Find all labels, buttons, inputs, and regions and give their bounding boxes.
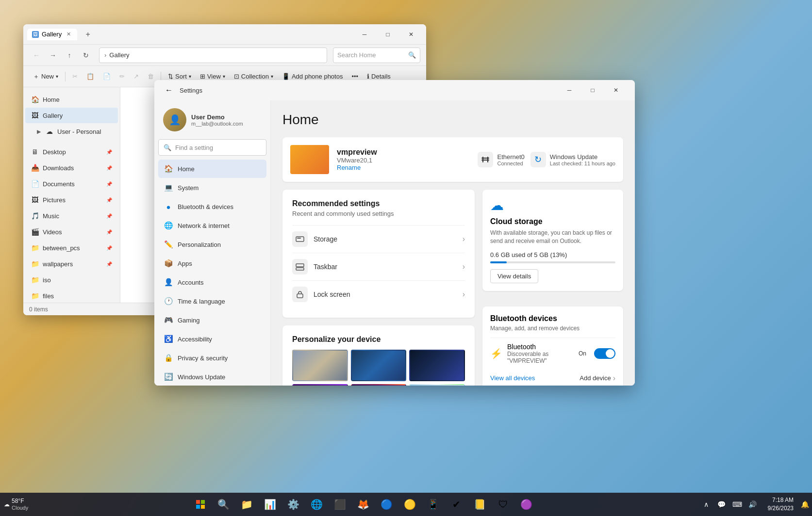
- taskbar-clock[interactable]: 7:18 AM 9/26/2023: [764, 494, 797, 515]
- taskbar-settings-button[interactable]: ⚙️: [283, 494, 304, 515]
- taskbar-app6[interactable]: 🛡: [493, 494, 514, 515]
- wallpaper-5[interactable]: [351, 384, 407, 386]
- minimize-button[interactable]: ─: [353, 27, 376, 42]
- user-card[interactable]: 👤 User Demo m__lab@outlook.com: [158, 104, 266, 135]
- sidebar-item-downloads[interactable]: 📥 Downloads 📌: [25, 160, 118, 176]
- bluetooth-toggle[interactable]: [594, 348, 615, 359]
- sidebar-item-music[interactable]: 🎵 Music 📌: [25, 208, 118, 224]
- gallery-tab[interactable]: 🖼 Gallery ✕: [27, 29, 77, 40]
- maximize-button[interactable]: □: [377, 27, 399, 42]
- settings-back-button[interactable]: ←: [162, 83, 176, 97]
- taskbar-file-explorer-button[interactable]: 📁: [236, 494, 258, 515]
- sidebar-item-home[interactable]: 🏠 Home: [25, 92, 118, 107]
- tray-keyboard-icon[interactable]: ⌨: [730, 497, 745, 512]
- view-dropdown-icon: ▾: [223, 74, 225, 79]
- windows-update-status-card[interactable]: ↻ Windows Update Last checked: 11 hours …: [530, 152, 615, 167]
- refresh-button[interactable]: ↻: [79, 48, 93, 63]
- close-tab-button[interactable]: ✕: [65, 31, 72, 38]
- forward-button[interactable]: →: [46, 48, 60, 63]
- device-name: vmpreview: [337, 148, 470, 157]
- sidebar-item-between-pcs[interactable]: 📁 between_pcs 📌: [25, 240, 118, 256]
- copy-button[interactable]: 📋: [83, 69, 98, 84]
- settings-minimize-button[interactable]: ─: [558, 82, 580, 98]
- notification-icon[interactable]: 🔔: [797, 497, 812, 512]
- wallpaper-1[interactable]: [292, 350, 348, 381]
- settings-nav-accessibility[interactable]: ♿ Accessibility: [158, 330, 266, 348]
- cut-button[interactable]: ✂: [68, 69, 82, 84]
- sidebar-item-pictures[interactable]: 🖼 Pictures 📌: [25, 192, 118, 208]
- new-tab-button[interactable]: +: [81, 28, 95, 41]
- sidebar-item-desktop[interactable]: 🖥 Desktop 📌: [25, 144, 118, 160]
- ethernet-status-card[interactable]: Ethernet0 Connected: [478, 152, 524, 167]
- sidebar-item-files[interactable]: 📁 files: [25, 288, 118, 303]
- view-details-button[interactable]: View details: [490, 269, 538, 283]
- rec-item-lockscreen[interactable]: Lock screen ›: [292, 280, 465, 308]
- taskbar-edge-button[interactable]: 🌐: [306, 494, 328, 515]
- taskbar-chrome-button[interactable]: 🔵: [376, 494, 398, 515]
- svg-rect-10: [201, 500, 205, 504]
- settings-nav-bluetooth[interactable]: ● Bluetooth & devices: [158, 197, 266, 216]
- taskbar-app5[interactable]: 📒: [469, 494, 491, 515]
- wallpaper-4[interactable]: [292, 384, 348, 386]
- up-button[interactable]: ↑: [62, 48, 77, 63]
- settings-nav-system[interactable]: 💻 System: [158, 178, 266, 197]
- breadcrumb[interactable]: › Gallery: [99, 48, 327, 63]
- taskbar-firefox-button[interactable]: 🦊: [353, 494, 374, 515]
- settings-nav-network[interactable]: 🌐 Network & internet: [158, 216, 266, 235]
- wallpaper-2[interactable]: [351, 350, 407, 381]
- sort-dropdown-icon: ▾: [189, 74, 191, 79]
- rec-item-storage[interactable]: Storage ›: [292, 225, 465, 253]
- taskbar-app4[interactable]: ✔: [446, 494, 467, 515]
- sidebar-item-wallpapers[interactable]: 📁 wallpapers 📌: [25, 256, 118, 272]
- tray-up-icon[interactable]: ∧: [699, 497, 713, 512]
- sort-label: Sort: [175, 73, 187, 80]
- sidebar-item-iso[interactable]: 📁 iso: [25, 272, 118, 288]
- folder-icon3: 📁: [31, 276, 39, 284]
- settings-search[interactable]: 🔍 Find a setting: [158, 139, 266, 156]
- new-button[interactable]: ＋ New ▾: [29, 69, 62, 84]
- add-device-arrow-icon: ›: [613, 374, 615, 383]
- share-button[interactable]: ↗: [130, 69, 143, 84]
- wallpaper-3[interactable]: [409, 350, 465, 381]
- taskbar-label: Taskbar: [314, 263, 463, 271]
- rec-item-taskbar[interactable]: Taskbar ›: [292, 253, 465, 280]
- view-all-devices-link[interactable]: View all devices: [490, 374, 535, 382]
- sidebar-downloads-label: Downloads: [43, 164, 74, 172]
- taskbar-app3[interactable]: 📱: [423, 494, 444, 515]
- sidebar-item-documents[interactable]: 📄 Documents 📌: [25, 176, 118, 192]
- settings-nav-gaming[interactable]: 🎮 Gaming: [158, 311, 266, 329]
- wallpaper-6[interactable]: [409, 384, 465, 386]
- settings-nav-apps[interactable]: 📦 Apps: [158, 254, 266, 273]
- taskbar-app1[interactable]: 📊: [260, 494, 281, 515]
- settings-nav-windows-update[interactable]: 🔄 Windows Update: [158, 368, 266, 386]
- tray-chat-icon[interactable]: 💬: [714, 497, 729, 512]
- system-nav-icon: 💻: [164, 183, 173, 192]
- search-bar[interactable]: Search Home 🔍: [333, 48, 420, 63]
- rename-button[interactable]: ✏: [116, 69, 129, 84]
- taskbar-app7[interactable]: 🟣: [516, 494, 537, 515]
- close-button[interactable]: ✕: [400, 27, 422, 42]
- tray-volume-icon[interactable]: 🔊: [746, 497, 760, 512]
- paste-button[interactable]: 📄: [99, 69, 115, 84]
- storage-arrow-icon: ›: [463, 235, 465, 243]
- settings-nav-accounts[interactable]: 👤 Accounts: [158, 273, 266, 291]
- taskbar-search-button[interactable]: 🔍: [213, 494, 234, 515]
- settings-nav-home[interactable]: 🏠 Home: [158, 160, 266, 178]
- back-button[interactable]: ←: [29, 48, 44, 63]
- sidebar-item-user[interactable]: ▶ ☁ User - Personal: [25, 124, 118, 139]
- taskbar-terminal-button[interactable]: ⬛: [330, 494, 351, 515]
- device-rename[interactable]: Rename: [337, 164, 470, 171]
- settings-nav-time[interactable]: 🕐 Time & language: [158, 292, 266, 310]
- taskbar-app2[interactable]: 🟡: [399, 494, 421, 515]
- sidebar-item-videos[interactable]: 🎬 Videos 📌: [25, 224, 118, 240]
- taskbar-weather[interactable]: ☁ 58°F Cloudy: [0, 496, 32, 513]
- sidebar-item-gallery[interactable]: 🖼 Gallery: [25, 108, 118, 123]
- settings-maximize-button[interactable]: □: [581, 82, 604, 98]
- start-button[interactable]: [190, 494, 211, 515]
- settings-close-button[interactable]: ✕: [605, 82, 627, 98]
- settings-nav-personalization[interactable]: ✏️ Personalization: [158, 235, 266, 254]
- add-device-btn[interactable]: Add device ›: [580, 374, 615, 383]
- window-controls: ─ □ ✕: [353, 27, 422, 42]
- details-label: Details: [371, 73, 391, 80]
- settings-nav-privacy[interactable]: 🔒 Privacy & security: [158, 349, 266, 367]
